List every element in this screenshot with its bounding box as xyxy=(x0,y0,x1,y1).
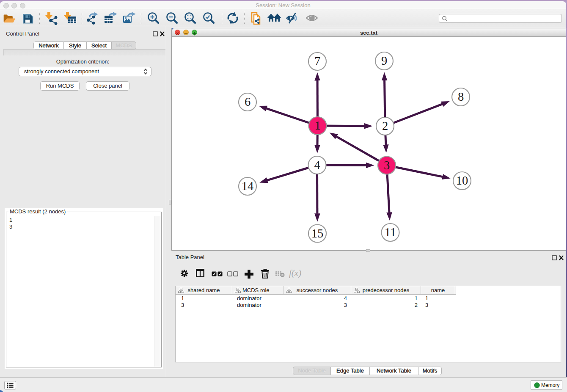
svg-text:4: 4 xyxy=(314,158,320,171)
svg-text:7: 7 xyxy=(314,55,320,68)
svg-text:9: 9 xyxy=(381,54,387,67)
svg-text:1: 1 xyxy=(314,119,320,132)
svg-text:8: 8 xyxy=(458,90,464,103)
svg-text:6: 6 xyxy=(245,95,250,108)
svg-text:10: 10 xyxy=(456,174,468,187)
svg-text:3: 3 xyxy=(384,159,390,172)
svg-text:11: 11 xyxy=(385,226,396,239)
svg-text:14: 14 xyxy=(242,179,254,193)
svg-text:15: 15 xyxy=(311,227,324,240)
svg-text:2: 2 xyxy=(382,119,388,133)
